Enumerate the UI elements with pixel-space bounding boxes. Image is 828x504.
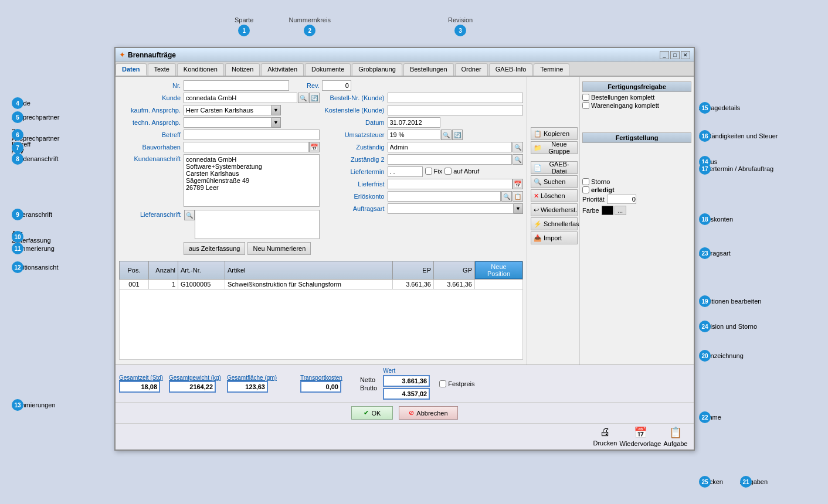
tab-texte[interactable]: Texte [148,63,176,76]
anzahl-cell: 1 [149,280,178,290]
kunde-search-icon[interactable]: 🔍 [298,93,308,103]
transportkosten-label[interactable]: Transportkosten [300,374,342,381]
storno-label: Storno [591,178,610,185]
tab-gaeb-info[interactable]: GAEB-Info [489,63,533,76]
gesamtflaeche-input[interactable] [227,381,268,393]
tab-grobplanung[interactable]: Grobplanung [352,63,402,76]
import-button[interactable]: 📥 Import [531,231,578,244]
erloeskonto-edit-icon[interactable]: 📋 [513,191,523,202]
zustaendig-search-icon[interactable]: 🔍 [513,142,523,152]
tab-daten[interactable]: Daten [116,63,147,76]
lieferanschrift-search-icon[interactable]: 🔍 [184,210,195,220]
annotation-4: 4 [12,97,23,109]
aufgabe-icon: 📋 [669,426,682,439]
rev-input[interactable] [322,80,351,91]
bestellungen-komplett-checkbox[interactable] [582,94,589,101]
bauvorhaben-input[interactable] [184,142,309,152]
farbe-more-button[interactable]: ... [615,206,626,215]
neue-gruppe-button[interactable]: 📁 Neue Gruppe [531,141,578,154]
liefertermin-label: Liefertermin [323,168,388,175]
table-row[interactable]: 001 1 G1000005 Schweißkonstruktion für S… [120,280,523,290]
gaeb-datei-button[interactable]: 📄 GAEB-Datei [531,161,578,174]
umsatzsteuer-search-icon[interactable]: 🔍 [441,130,452,140]
kaufm-input[interactable] [184,105,272,115]
kunde-input[interactable] [184,93,297,103]
liefertermin-input[interactable] [388,166,423,177]
umsatzsteuer-input[interactable] [388,130,440,140]
festpreis-checkbox[interactable] [439,380,446,387]
wiedervorlage-tool-button[interactable]: 📅 Wiedervorlage [626,426,655,447]
kundenanschrift-textarea[interactable]: connedata GmbH Software+Systemberatung C… [184,154,320,207]
col-anzahl-header: Anzahl [149,261,178,280]
zustaendig-input[interactable] [388,142,513,152]
annotation-17: 17 [699,163,711,175]
prioritaet-input[interactable] [607,195,636,204]
abbrechen-button[interactable]: ⊘ Abbrechen [399,406,457,420]
minimize-button[interactable]: _ [660,51,669,59]
auf-abruf-checkbox[interactable] [444,168,452,175]
tab-aktivitaeten[interactable]: Aktivitäten [261,63,304,76]
nr-input[interactable] [184,80,289,91]
zustaendig2-search-icon[interactable]: 🔍 [513,154,523,165]
zustaendig2-input[interactable] [388,154,513,165]
schnellerfassung-button[interactable]: ⚡ Schnellerfassung [531,217,578,230]
neue-position-button[interactable]: Neue Position [475,261,522,279]
drucken-icon: 🖨 [600,426,610,438]
erledigt-checkbox[interactable] [582,186,589,193]
erloeskonto-input[interactable] [388,191,501,202]
bauvorhaben-calendar-icon[interactable]: 📅 [309,142,320,152]
annotation-2: 2 [304,25,315,36]
tab-ordner[interactable]: Ordner [455,63,488,76]
auftragsart-dropdown-arrow[interactable]: ▼ [514,203,523,214]
col-pos-header: Pos. [120,261,149,280]
fix-checkbox[interactable] [425,168,432,175]
tab-dokumente[interactable]: Dokumente [305,63,351,76]
close-button[interactable]: ✕ [681,51,690,59]
maximize-button[interactable]: □ [670,51,680,59]
auftragsart-input[interactable] [388,203,514,214]
neu-nummerieren-button[interactable]: Neu Nummerieren [247,242,311,255]
aufgabe-tool-button[interactable]: 📋 Aufgabe [661,426,690,447]
gesamtgewicht-label[interactable]: Gesamtgewicht (kg) [169,374,221,381]
datum-label: Datum [323,119,388,126]
zustaendigkeiten-outer-label: Zuständigkeiten und Steuer [699,132,778,139]
drucken-tool-button[interactable]: 🖨 Drucken [591,426,620,447]
lieferanschrift-textarea[interactable] [195,210,320,239]
ok-button[interactable]: ✔ OK [351,406,393,420]
bestell-nr-input[interactable] [388,93,524,103]
brutto-input[interactable] [383,388,430,400]
gesamtgewicht-input[interactable] [169,381,216,393]
techn-input[interactable] [184,117,272,128]
gesamtflaeche-label[interactable]: Gesamtfläche (qm) [227,374,277,381]
wiederherst-button[interactable]: ↩ Wiederherst. [531,203,578,216]
erloeskonto-search-icon[interactable]: 🔍 [501,191,512,202]
kaufm-dropdown-arrow[interactable]: ▼ [272,105,281,115]
tab-konditionen[interactable]: Konditionen [177,63,224,76]
lieferfrist-calendar-icon[interactable]: 📅 [513,179,523,189]
kostenstelle-input[interactable] [388,105,524,115]
betreff-input[interactable] [184,130,320,140]
gesamtzeit-label[interactable]: Gesamtzeit (Std) [119,374,163,381]
storno-checkbox[interactable] [582,178,589,185]
farbe-swatch[interactable] [602,206,613,215]
gaeb-datei-icon: 📄 [534,164,542,172]
aus-zeiterfassung-button[interactable]: aus Zeiterfassung [184,242,245,255]
techn-dropdown-arrow[interactable]: ▼ [272,117,281,128]
auftragsart-label: Auftragsart [323,205,388,212]
umsatzsteuer-edit-icon[interactable]: 🔄 [452,130,463,140]
tab-termine[interactable]: Termine [534,63,569,76]
suchen-button[interactable]: 🔍 Suchen [531,175,578,188]
gesamtzeit-input[interactable] [119,381,160,393]
loeschen-button[interactable]: ✕ Löschen [531,189,578,202]
netto-input[interactable] [383,375,430,387]
transportkosten-input[interactable] [300,381,341,393]
tab-notizen[interactable]: Notizen [225,63,260,76]
art-nr-cell: G1000005 [178,280,225,290]
wareneingang-komplett-checkbox[interactable] [582,102,589,109]
pos-cell: 001 [120,280,149,290]
datum-input[interactable] [388,117,440,128]
lieferfrist-input[interactable] [388,179,513,189]
kunde-edit-icon[interactable]: 🔄 [309,93,320,103]
tab-bestellungen[interactable]: Bestellungen [403,63,454,76]
kopieren-button[interactable]: 📋 Kopieren [531,127,578,140]
